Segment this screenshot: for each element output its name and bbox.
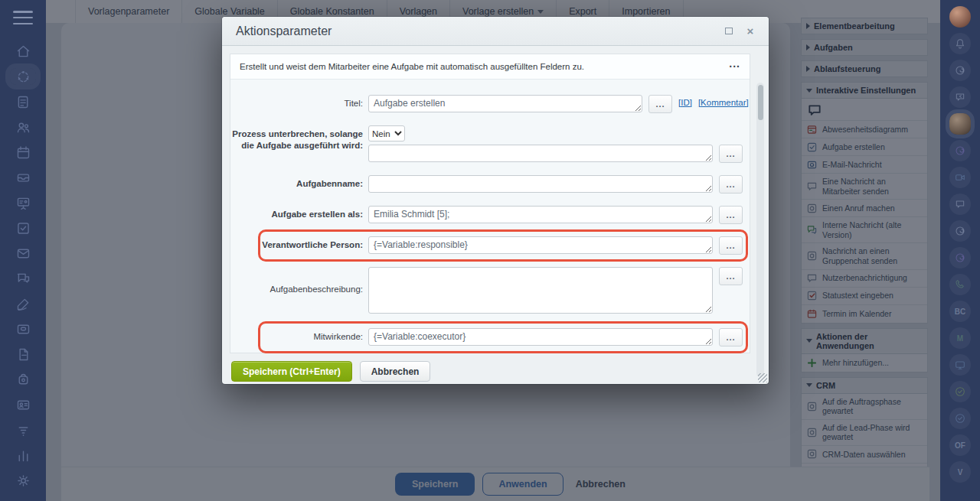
documents-icon[interactable] — [10, 346, 36, 363]
field-row-prozess-unterbrechen: Prozess unterbrechen, solange die Aufgab… — [230, 125, 750, 163]
activity-menu-icon[interactable]: ... — [729, 62, 740, 71]
phone-call-icon[interactable] — [949, 274, 971, 295]
messenger-icon[interactable] — [10, 270, 36, 287]
aufgabe-erstellen-als-more-button[interactable]: ... — [719, 206, 743, 224]
field-row-aufgabenname: Aufgabenname: ... — [230, 175, 750, 194]
dialog-cancel-button[interactable]: Abbrechen — [360, 361, 431, 382]
task-check-icon-2[interactable] — [949, 408, 971, 429]
automation-icon[interactable] — [10, 371, 36, 388]
copilot-icon-2[interactable] — [949, 220, 971, 242]
analytics-icon[interactable] — [10, 447, 36, 464]
inbox-icon[interactable] — [10, 169, 36, 186]
close-icon[interactable]: × — [743, 24, 758, 39]
chat-m[interactable]: M — [949, 327, 971, 349]
collaboration-icon[interactable] — [10, 68, 36, 85]
calendar-icon[interactable] — [10, 144, 36, 161]
titel-more-button[interactable]: ... — [648, 95, 672, 113]
aufgabe-erstellen-als-label: Aufgabe erstellen als: — [230, 206, 368, 224]
kommentar-link[interactable]: [Kommentar] — [698, 98, 749, 107]
aufgabenbeschreibung-label: Aufgabenbeschreibung: — [230, 267, 368, 314]
prozess-more-button[interactable]: ... — [719, 145, 743, 163]
chat-bubble-icon[interactable] — [949, 194, 971, 215]
marketing-icon[interactable] — [10, 421, 36, 438]
esign-icon[interactable] — [10, 295, 36, 312]
menu-hamburger-icon[interactable] — [13, 11, 33, 24]
dialog-resize-handle[interactable] — [758, 373, 767, 382]
field-row-mitwirkende: Mitwirkende: {=Variable:coexecutor} ... — [230, 328, 750, 346]
verantwortliche-person-more-button[interactable]: ... — [719, 236, 743, 255]
aktionsparameter-dialog: Aktionsparameter × Erstellt und weist de… — [222, 17, 769, 384]
notifications-bell-icon[interactable] — [949, 33, 971, 54]
aufgabenname-more-button[interactable]: ... — [719, 175, 743, 194]
employees-icon[interactable] — [10, 119, 36, 135]
prozess-unterbrechen-input[interactable] — [368, 145, 713, 162]
dialog-save-button[interactable]: Speichern (Ctrl+Enter) — [231, 361, 352, 382]
right-sidebar: BCMOFV — [940, 0, 980, 501]
activity-description-row: Erstellt und weist dem Mitarbeiter eine … — [230, 54, 750, 80]
verantwortliche-person-label: Verantwortliche Person: — [230, 236, 368, 255]
mitwirkende-input[interactable]: {=Variable:coexecutor} — [368, 328, 713, 346]
prozess-unterbrechen-label: Prozess unterbrechen, solange die Aufgab… — [230, 125, 368, 163]
newsfeed-icon[interactable] — [10, 93, 36, 110]
maximize-icon[interactable] — [721, 24, 737, 39]
activity-form: Titel: Aufgabe erstellen ... [ID] [Komme… — [230, 80, 750, 359]
aufgabenbeschreibung-input[interactable] — [368, 267, 713, 314]
profile-avatar[interactable] — [949, 6, 971, 28]
field-row-titel: Titel: Aufgabe erstellen ... [ID] [Komme… — [230, 95, 750, 113]
activity-description: Erstellt und weist dem Mitarbeiter eine … — [240, 62, 729, 71]
dialog-header: Aktionsparameter × — [222, 17, 769, 46]
mail-icon[interactable] — [10, 245, 36, 262]
chat-reply-icon[interactable] — [949, 86, 971, 108]
aufgabenname-input[interactable] — [368, 175, 713, 193]
app-purple-icon[interactable] — [949, 140, 971, 161]
chat-of[interactable]: OF — [949, 434, 971, 456]
activity-settings-card: Erstellt und weist dem Mitarbeiter eine … — [230, 54, 750, 353]
field-row-aufgabenbeschreibung: Aufgabenbeschreibung: ... — [230, 267, 750, 314]
copilot-icon[interactable] — [949, 60, 971, 81]
dialog-scrollbar[interactable] — [756, 83, 764, 377]
drive-icon[interactable] — [10, 320, 36, 337]
app-purple-icon-2[interactable] — [949, 247, 971, 268]
titel-input[interactable]: Aufgabe erstellen — [368, 95, 642, 112]
prozess-unterbrechen-select[interactable]: Nein — [368, 125, 405, 142]
crm-card-icon[interactable] — [10, 396, 36, 413]
dialog-body: Erstellt und weist dem Mitarbeiter eine … — [222, 46, 769, 384]
verantwortliche-person-input[interactable]: {=Variable:responsible} — [368, 236, 713, 254]
aufgabe-erstellen-als-input[interactable]: Emilia Schmidt [5]; — [368, 206, 713, 223]
dialog-scrollbar-thumb[interactable] — [758, 85, 763, 120]
left-sidebar-icons — [0, 43, 46, 489]
chat-bc[interactable]: BC — [949, 301, 971, 322]
id-link[interactable]: [ID] — [678, 98, 692, 107]
video-call-icon[interactable] — [949, 167, 971, 188]
chat-v[interactable]: V — [949, 461, 971, 483]
task-check-icon[interactable] — [949, 381, 971, 402]
left-sidebar — [0, 0, 46, 501]
field-row-verantwortliche-person: Verantwortliche Person: {=Variable:respo… — [230, 236, 750, 255]
screenshare-icon[interactable] — [949, 354, 971, 376]
mitwirkende-more-button[interactable]: ... — [719, 328, 743, 346]
tasks-icon[interactable] — [10, 220, 36, 236]
field-row-aufgabe-erstellen-als: Aufgabe erstellen als: Emilia Schmidt [5… — [230, 206, 750, 224]
mitwirkende-label: Mitwirkende: — [230, 328, 368, 346]
presentation-icon[interactable] — [10, 194, 36, 211]
home-icon[interactable] — [10, 43, 36, 60]
settings-gear-icon[interactable] — [10, 472, 36, 489]
aufgabenname-label: Aufgabenname: — [230, 175, 368, 194]
dialog-title: Aktionsparameter — [236, 24, 715, 38]
right-sidebar-icons: BCMOFV — [940, 0, 980, 483]
active-user-avatar[interactable] — [949, 113, 971, 135]
titel-label: Titel: — [230, 95, 368, 113]
aufgabenbeschreibung-more-button[interactable]: ... — [719, 267, 743, 285]
